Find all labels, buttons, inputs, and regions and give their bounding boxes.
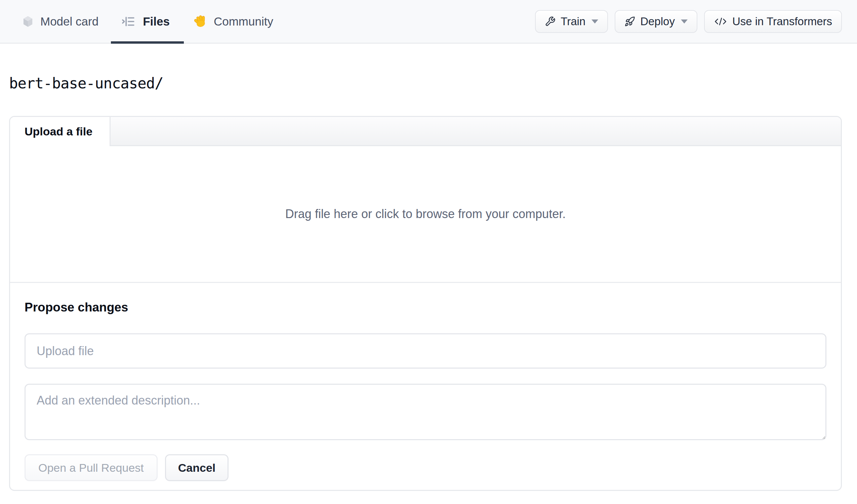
repo-actions: Train Deploy [535,10,857,33]
use-in-transformers-label: Use in Transformers [732,15,832,28]
tab-files-label: Files [143,15,170,28]
cube-icon [22,16,33,27]
repo-files-page: Model card Files [0,0,857,504]
active-tab-underline [111,41,184,44]
list-tree-icon [120,14,136,29]
extended-description-textarea[interactable] [24,384,826,440]
train-button[interactable]: Train [535,10,608,33]
deploy-button-label: Deploy [640,15,675,28]
tab-files[interactable]: Files [120,0,170,43]
train-button-label: Train [560,15,586,28]
use-in-transformers-button[interactable]: Use in Transformers [704,10,842,33]
dropzone-hint: Drag file here or click to browse from y… [285,207,566,221]
breadcrumb[interactable]: bert-base-uncased/ [9,74,163,92]
propose-actions: Open a Pull Request Cancel [24,454,826,481]
rocket-icon [624,16,635,27]
cancel-button[interactable]: Cancel [165,454,229,481]
deploy-button[interactable]: Deploy [615,10,698,33]
waving-hand-icon [194,15,207,28]
tab-model-card-label: Model card [40,15,99,28]
propose-changes-heading: Propose changes [24,300,826,315]
upload-card-header: Upload a file [10,117,841,146]
chevron-down-icon [591,19,598,23]
tab-upload-a-file[interactable]: Upload a file [10,117,110,146]
top-nav: Model card Files [0,0,857,44]
wrench-icon [545,16,556,27]
propose-changes-section: Propose changes Open a Pull Request Canc… [10,300,841,481]
tab-community-label: Community [214,15,273,28]
code-icon [714,16,727,27]
open-pull-request-button[interactable]: Open a Pull Request [24,454,157,481]
file-dropzone[interactable]: Drag file here or click to browse from y… [10,146,841,283]
chevron-down-icon [681,19,688,23]
upload-card-header-filler [110,117,841,146]
upload-filename-input[interactable] [24,333,826,369]
tab-community[interactable]: Community [194,0,273,43]
tab-upload-a-file-label: Upload a file [24,125,93,138]
upload-card: Upload a file Drag file here or click to… [9,116,842,491]
repo-tabs: Model card Files [0,0,273,43]
tab-model-card[interactable]: Model card [22,0,99,43]
